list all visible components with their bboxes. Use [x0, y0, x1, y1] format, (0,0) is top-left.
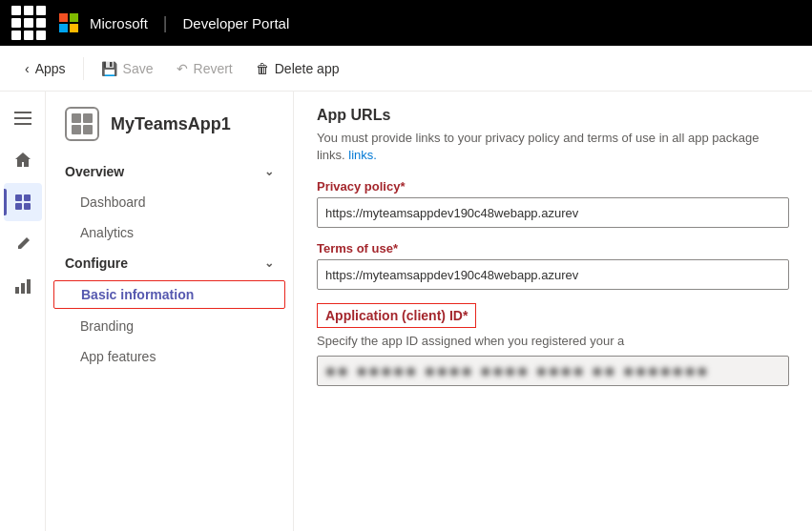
toolbar: ‹ Apps 💾 Save ↶ Revert 🗑 Delete app [0, 46, 812, 92]
svg-rect-6 [24, 203, 31, 210]
delete-icon: 🗑 [256, 61, 269, 76]
app-icon [65, 107, 99, 141]
delete-label: Delete app [275, 61, 340, 76]
nav-icon-home[interactable] [4, 141, 42, 179]
svg-rect-9 [27, 279, 31, 294]
svg-rect-1 [14, 117, 31, 119]
overview-section: Overview ⌄ Dashboard Analytics [46, 156, 293, 248]
privacy-input[interactable]: https://myteamsappdev190c48webapp.azurev [317, 197, 789, 228]
privacy-required: * [400, 179, 405, 194]
app-id-value: ●● ●●●●● ●●●● ●●●● ●●●● ●● ●●●●●●● [325, 361, 709, 381]
microsoft-logo [59, 13, 78, 32]
configure-label: Configure [65, 255, 128, 271]
configure-section: Configure ⌄ Basic information Branding A… [46, 248, 293, 372]
app-header: MyTeamsApp1 [46, 107, 293, 156]
overview-label: Overview [65, 164, 124, 179]
configure-group-header[interactable]: Configure ⌄ [46, 248, 293, 278]
sidebar-item-app-features[interactable]: App features [46, 341, 293, 372]
configure-chevron-icon: ⌄ [264, 256, 274, 270]
main-layout: MyTeamsApp1 Overview ⌄ Dashboard Analyti… [0, 92, 812, 531]
app-urls-desc: You must provide links to your privacy p… [317, 130, 789, 164]
topbar: Microsoft | Developer Portal [0, 0, 812, 46]
save-label: Save [123, 61, 154, 76]
app-urls-title: App URLs [317, 107, 789, 124]
terms-required: * [393, 241, 398, 255]
sidebar-item-basic-info[interactable]: Basic information [53, 280, 285, 309]
back-label: Apps [35, 61, 66, 76]
waffle-menu-icon[interactable] [11, 6, 46, 40]
back-icon: ‹ [25, 61, 30, 76]
app-urls-link[interactable]: links. [348, 148, 377, 162]
svg-rect-4 [24, 194, 31, 201]
privacy-label: Privacy policy* [317, 179, 789, 194]
nav-icon-menu[interactable] [4, 99, 42, 137]
save-icon: 💾 [101, 61, 117, 76]
svg-rect-3 [15, 194, 22, 201]
app-id-input[interactable]: ●● ●●●●● ●●●● ●●●● ●●●● ●● ●●●●●●● [317, 356, 789, 386]
back-button[interactable]: ‹ Apps [15, 55, 75, 82]
nav-icon-apps[interactable] [4, 183, 42, 221]
revert-button[interactable]: ↶ Revert [167, 55, 242, 82]
delete-app-button[interactable]: 🗑 Delete app [246, 55, 349, 82]
svg-rect-2 [14, 123, 31, 125]
svg-rect-7 [15, 287, 19, 294]
icon-nav [0, 92, 46, 531]
topbar-company: Microsoft [90, 15, 148, 31]
revert-label: Revert [194, 61, 233, 76]
sidebar-item-branding[interactable]: Branding [46, 311, 293, 341]
topbar-separator: | [163, 13, 168, 33]
sidebar-item-dashboard[interactable]: Dashboard [46, 187, 293, 217]
sidebar-item-analytics[interactable]: Analytics [46, 217, 293, 248]
topbar-portal: Developer Portal [183, 15, 290, 31]
overview-chevron-icon: ⌄ [264, 165, 274, 178]
app-id-required: * [463, 308, 468, 323]
svg-rect-0 [14, 112, 31, 113]
terms-label: Terms of use* [317, 241, 789, 255]
app-id-label: Application (client) ID* [317, 303, 476, 328]
svg-rect-5 [15, 203, 22, 210]
toolbar-separator-1 [83, 57, 84, 80]
revert-icon: ↶ [177, 61, 188, 76]
svg-rect-8 [21, 283, 25, 294]
overview-group-header[interactable]: Overview ⌄ [46, 156, 293, 187]
sidebar: MyTeamsApp1 Overview ⌄ Dashboard Analyti… [46, 92, 294, 531]
nav-icon-chart[interactable] [4, 267, 42, 305]
app-name: MyTeamsApp1 [111, 114, 231, 134]
nav-icon-pen[interactable] [4, 225, 42, 263]
app-id-desc: Specify the app ID assigned when you reg… [317, 334, 789, 348]
content-area: App URLs You must provide links to your … [294, 92, 812, 531]
terms-input[interactable]: https://myteamsappdev190c48webapp.azurev [317, 259, 789, 290]
save-button[interactable]: 💾 Save [92, 55, 163, 82]
